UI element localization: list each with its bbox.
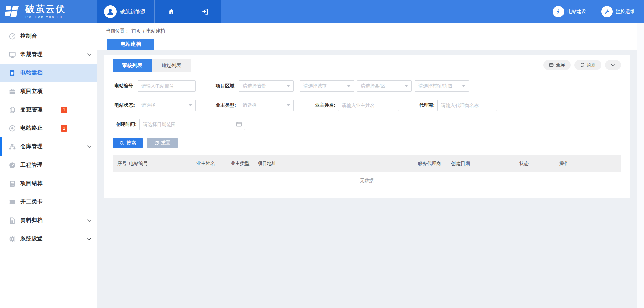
scrollbar-track[interactable] (637, 23, 644, 308)
sidebar-item-engineering-mgmt[interactable]: 工程管理 (0, 156, 97, 174)
search-label: 搜索 (127, 140, 136, 146)
col-owner-type: 业主类型 (231, 161, 258, 167)
status-placeholder: 请选择 (141, 102, 155, 108)
document-icon (9, 217, 16, 224)
logout-button[interactable] (188, 0, 221, 23)
search-icon (119, 141, 124, 146)
town-select[interactable]: 请选择村镇/街道 (415, 80, 469, 92)
sidebar-item-system-settings[interactable]: 系统设置 (0, 230, 97, 248)
district-select[interactable]: 请选择县/区 (357, 80, 412, 92)
file-icon (9, 69, 16, 77)
notification-badge: 1 (61, 107, 67, 113)
sidebar-item-console[interactable]: 控制台 (0, 27, 97, 45)
reset-label: 重置 (161, 140, 171, 146)
tab-review-list[interactable]: 审核列表 (113, 59, 152, 72)
filter-form: 电站编号: 项目区域: 请选择省份 请选择城市 请选择县/区 请选择村镇/街道 (113, 80, 621, 130)
app-logo: 破茧云伏 Po Jian Yun Fu (0, 0, 97, 23)
col-index: 序号 (113, 161, 129, 167)
sidebar-item-label: 项目结算 (20, 180, 43, 187)
fullscreen-label: 全屏 (556, 62, 565, 68)
caret-down-icon (287, 104, 290, 106)
logo-subtitle: Po Jian Yun Fu (25, 15, 66, 19)
owner-type-placeholder: 请选择 (243, 102, 257, 108)
refresh-label: 刷新 (587, 62, 596, 68)
caret-down-icon (405, 85, 408, 87)
copy-icon (9, 106, 16, 114)
station-no-label: 电站编号: (113, 83, 135, 89)
company-name: 破茧新能源 (120, 9, 145, 15)
chevron-down-icon (87, 145, 91, 148)
sidebar-item-label: 变更管理 (20, 106, 43, 113)
sidebar-item-project-initiation[interactable]: 项目立项 (0, 82, 97, 101)
search-button[interactable]: 搜索 (113, 138, 143, 148)
date-range-input[interactable] (139, 119, 245, 130)
card-toolbar: 全屏 刷新 (543, 60, 621, 70)
stop-circle-icon (9, 125, 16, 132)
dashboard-icon (9, 33, 16, 40)
col-create-date: 创建日期 (451, 161, 519, 167)
sidebar-item-label: 资料归档 (20, 217, 43, 224)
sitemap-icon (9, 143, 16, 150)
chevron-down-icon (87, 238, 91, 240)
owner-type-label: 业主类型: (214, 102, 236, 108)
list-tabs: 审核列表 通过列表 全屏 刷新 (113, 59, 621, 72)
filter-row-3: 创建时间: (113, 119, 621, 130)
sidebar-item-label: 系统设置 (20, 235, 43, 242)
caret-down-icon (462, 85, 465, 87)
filter-row-2: 电站状态: 请选择 业主类型: 请选择 业主姓名: 代理商: (113, 100, 621, 111)
owner-name-label: 业主姓名: (313, 102, 335, 108)
province-select[interactable]: 请选择省份 (239, 80, 294, 92)
collapse-button[interactable] (605, 60, 621, 70)
sidebar-item-station-termination[interactable]: 电站终止 1 (0, 119, 97, 137)
user-menu[interactable]: 破茧新能源 (97, 0, 154, 23)
nav-monitor-ops-label: 监控运维 (616, 9, 635, 15)
sidebar-item-project-settlement[interactable]: 项目结算 (0, 174, 97, 193)
tab-passed-list[interactable]: 通过列表 (152, 59, 191, 72)
sidebar-item-data-archive[interactable]: 资料归档 (0, 211, 97, 230)
sidebar-item-general-mgmt[interactable]: 常规管理 (0, 45, 97, 64)
col-status: 状态 (519, 161, 559, 167)
city-select[interactable]: 请选择城市 (300, 80, 354, 92)
exit-icon (201, 8, 209, 15)
sidebar-item-label: 项目立项 (20, 88, 43, 95)
gear-icon (9, 235, 16, 243)
sidebar: 控制台 常规管理 电站建档 项目立项 变更管理 1 (0, 23, 97, 308)
sidebar-item-open-card[interactable]: 开二类卡 (0, 193, 97, 211)
home-button[interactable] (154, 0, 188, 23)
town-placeholder: 请选择村镇/街道 (418, 83, 452, 89)
nav-monitor-ops[interactable]: 监控运维 (601, 6, 635, 17)
owner-name-input[interactable] (338, 100, 399, 111)
station-status-select[interactable]: 请选择 (138, 100, 196, 111)
page-tab-bar: 电站建档 (97, 39, 644, 50)
calendar-icon (236, 121, 242, 128)
owner-type-select[interactable]: 请选择 (239, 100, 294, 111)
logo-icon (5, 4, 22, 19)
station-no-input[interactable] (138, 80, 196, 92)
header-right-nav: 电站建设 监控运维 (221, 0, 644, 23)
refresh-button[interactable]: 刷新 (574, 60, 601, 70)
reset-button[interactable]: 重置 (147, 138, 178, 148)
sidebar-item-station-archive[interactable]: 电站建档 (0, 64, 97, 82)
station-status-label: 电站状态: (113, 102, 135, 108)
page-tab-station-archive[interactable]: 电站建档 (107, 39, 154, 50)
caret-down-icon (189, 104, 192, 106)
avatar (104, 5, 117, 18)
monitor-icon (9, 51, 16, 58)
chevron-down-icon (87, 53, 91, 56)
sidebar-item-change-mgmt[interactable]: 变更管理 1 (0, 101, 97, 119)
date-range-field (139, 119, 245, 130)
sidebar-item-label: 开二类卡 (20, 198, 43, 205)
fullscreen-button[interactable]: 全屏 (543, 60, 571, 70)
province-placeholder: 请选择省份 (243, 83, 266, 89)
breadcrumb-home-link[interactable]: 首页 (131, 28, 141, 34)
sidebar-item-label: 电站终止 (20, 125, 43, 132)
filter-actions: 搜索 重置 (113, 138, 621, 148)
sidebar-item-warehouse-mgmt[interactable]: 仓库管理 (0, 137, 97, 156)
home-icon (168, 8, 175, 15)
sidebar-item-label: 仓库管理 (20, 143, 43, 150)
agent-input[interactable] (437, 100, 497, 111)
breadcrumb-prefix: 当前位置： (106, 28, 129, 34)
fullscreen-icon (549, 63, 554, 67)
top-header: 破茧云伏 Po Jian Yun Fu 破茧新能源 电站建设 (0, 0, 644, 23)
nav-station-build[interactable]: 电站建设 (553, 6, 586, 17)
